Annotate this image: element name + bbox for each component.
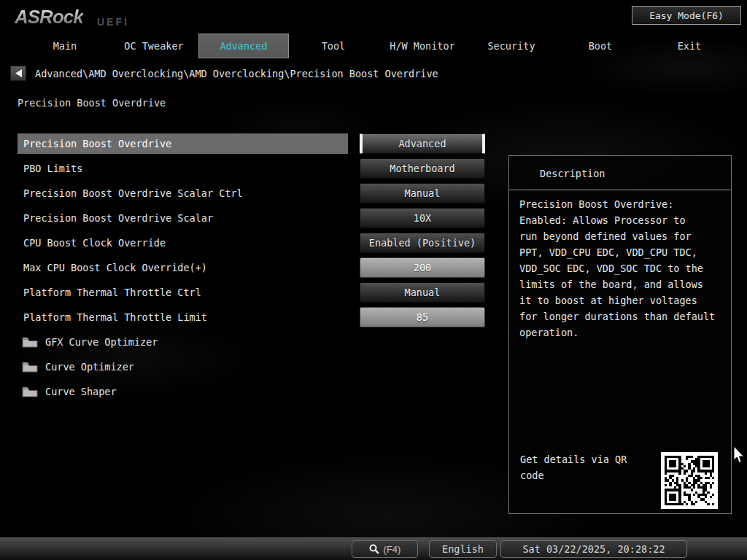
setting-label-pbo-scalar-ctrl[interactable]: Precision Boost Overdrive Scalar Ctrl [18, 183, 348, 203]
setting-row: Platform Thermal Throttle Ctrl Manual [0, 282, 503, 303]
search-button[interactable]: (F4) [352, 540, 418, 558]
submenu-label: GFX Curve Optimizer [45, 336, 158, 348]
back-button[interactable] [10, 66, 26, 81]
setting-value-cpu-boost-clock-override[interactable]: Enabled (Positive) [360, 233, 485, 253]
setting-label-precision-boost-overdrive[interactable]: Precision Boost Overdrive [18, 133, 348, 154]
tab-advanced[interactable]: Advanced [198, 34, 289, 58]
description-text: Precision Boost Overdrive: Enabled: Allo… [509, 190, 731, 341]
submenu-gfx-curve-optimizer[interactable]: GFX Curve Optimizer [22, 332, 158, 352]
setting-label-cpu-boost-clock-override[interactable]: CPU Boost Clock Override [18, 233, 348, 253]
setting-value-pbo-scalar[interactable]: 10X [360, 208, 485, 228]
mouse-cursor [733, 446, 745, 464]
setting-value-precision-boost-overdrive[interactable]: Advanced [360, 133, 485, 154]
setting-label-pbo-scalar[interactable]: Precision Boost Overdrive Scalar [18, 208, 348, 228]
setting-label-platform-thermal-throttle-limit[interactable]: Platform Thermal Throttle Limit [18, 307, 348, 327]
search-hotkey-label: (F4) [384, 544, 401, 555]
qr-code [661, 452, 718, 509]
setting-label-max-cpu-boost-clock-override[interactable]: Max CPU Boost Clock Override(+) [18, 257, 348, 278]
back-arrow-icon [15, 69, 22, 77]
tab-boot[interactable]: Boot [556, 34, 645, 58]
datetime-display: Sat 03/22/2025, 20:28:22 [500, 540, 687, 558]
qr-code-label: Get details via QR code [520, 451, 637, 483]
breadcrumb: Advanced\AMD Overclocking\AMD Overclocki… [35, 68, 438, 79]
setting-value-pbo-scalar-ctrl[interactable]: Manual [360, 183, 485, 203]
setting-row: Max CPU Boost Clock Override(+) 200 [0, 257, 503, 278]
uefi-logo-text: UEFI [97, 16, 129, 28]
setting-row: Platform Thermal Throttle Limit 85 [0, 307, 503, 327]
folder-icon [22, 362, 38, 373]
folder-icon [22, 337, 38, 348]
easy-mode-button[interactable]: Easy Mode(F6) [632, 6, 741, 25]
search-icon [369, 544, 379, 554]
tab-exit[interactable]: Exit [645, 34, 734, 58]
setting-value-max-cpu-boost-clock-override[interactable]: 200 [360, 257, 485, 278]
tab-tool[interactable]: Tool [289, 34, 378, 58]
tab-main[interactable]: Main [20, 34, 109, 58]
setting-value-platform-thermal-throttle-ctrl[interactable]: Manual [360, 282, 485, 303]
tab-hw-monitor[interactable]: H/W Monitor [378, 34, 467, 58]
page-title: Precision Boost Overdrive [18, 97, 166, 109]
submenu-curve-optimizer[interactable]: Curve Optimizer [22, 357, 134, 377]
setting-row: Precision Boost Overdrive Scalar 10X [0, 208, 503, 228]
setting-row: CPU Boost Clock Override Enabled (Positi… [0, 233, 503, 253]
description-panel: Description Precision Boost Overdrive: E… [508, 155, 732, 514]
language-button[interactable]: English [429, 540, 497, 558]
setting-value-platform-thermal-throttle-limit[interactable]: 85 [360, 307, 485, 327]
tab-security[interactable]: Security [467, 34, 556, 58]
bios-screen: { "header": { "logo_text": "ASRock", "lo… [0, 0, 747, 560]
submenu-label: Curve Shaper [45, 386, 117, 397]
folder-icon [22, 386, 38, 397]
setting-row: PBO Limits Motherboard [0, 158, 503, 179]
setting-row: Precision Boost Overdrive Advanced [0, 133, 503, 154]
tab-oc-tweaker[interactable]: OC Tweaker [109, 34, 198, 58]
setting-value-pbo-limits[interactable]: Motherboard [360, 158, 485, 179]
footer-bar: (F4) English Sat 03/22/2025, 20:28:22 [0, 537, 747, 560]
setting-row: Precision Boost Overdrive Scalar Ctrl Ma… [0, 183, 503, 203]
setting-label-pbo-limits[interactable]: PBO Limits [18, 158, 348, 179]
nav-tab-bar: Main OC Tweaker Advanced Tool H/W Monito… [20, 34, 734, 58]
setting-label-platform-thermal-throttle-ctrl[interactable]: Platform Thermal Throttle Ctrl [18, 282, 348, 303]
submenu-label: Curve Optimizer [45, 361, 134, 373]
asrock-logo: ASRock [15, 6, 83, 28]
submenu-curve-shaper[interactable]: Curve Shaper [22, 381, 117, 402]
description-title: Description [540, 168, 731, 179]
